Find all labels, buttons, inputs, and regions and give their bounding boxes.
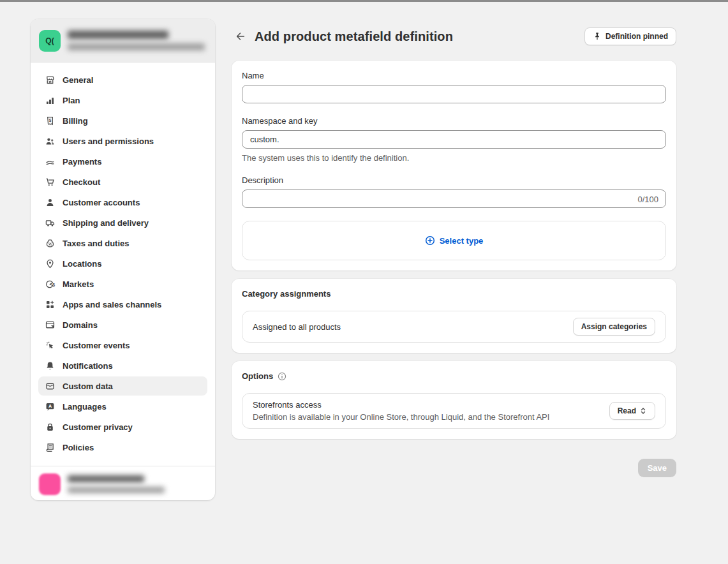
sidebar-item-customer-events[interactable]: Customer events (38, 336, 207, 355)
settings-sidebar: Q( General Plan $ Billing Users and perm… (31, 19, 215, 500)
store-url-redacted (68, 43, 205, 50)
description-input[interactable] (242, 189, 666, 208)
store-name-redacted (68, 31, 168, 39)
main-content: Add product metafield definition Definit… (232, 27, 676, 477)
billing-icon: $ (45, 115, 56, 126)
settings-nav: General Plan $ Billing Users and permiss… (31, 63, 215, 466)
storefronts-access-text: Storefronts access Definition is availab… (253, 400, 549, 422)
truck-icon (45, 218, 56, 228)
storefronts-access-value: Read (618, 406, 636, 415)
sidebar-item-notifications[interactable]: Notifications (38, 356, 207, 375)
storefronts-access-title: Storefronts access (253, 400, 549, 410)
category-assignments-card: Category assignments Assigned to all pro… (232, 279, 676, 353)
sidebar-item-domains[interactable]: Domains (38, 315, 207, 334)
info-icon[interactable] (278, 372, 286, 381)
sidebar-item-customer-privacy[interactable]: Customer privacy (38, 417, 207, 436)
namespace-label: Namespace and key (242, 116, 666, 126)
store-icon (45, 75, 56, 85)
pinned-button-label: Definition pinned (605, 32, 668, 41)
pin-icon (593, 32, 602, 41)
bell-icon (45, 360, 56, 371)
back-arrow-icon (235, 31, 246, 42)
sidebar-item-label: Plan (63, 96, 80, 105)
sidebar-item-label: General (63, 75, 93, 85)
sidebar-item-label: Languages (63, 402, 107, 412)
user-footer[interactable] (31, 466, 215, 500)
users-icon (45, 136, 56, 147)
sidebar-item-billing[interactable]: $ Billing (38, 111, 207, 130)
payments-icon (45, 156, 56, 167)
sidebar-item-checkout[interactable]: Checkout (38, 172, 207, 191)
page-title: Add product metafield definition (255, 29, 453, 44)
sidebar-item-plan[interactable]: Plan (38, 91, 207, 110)
svg-text:A: A (48, 403, 52, 409)
svg-text:$: $ (52, 282, 55, 287)
options-heading-label: Options (242, 371, 273, 381)
name-input[interactable] (242, 85, 666, 103)
storefronts-access-row: Storefronts access Definition is availab… (242, 393, 666, 429)
sidebar-item-label: Users and permissions (63, 137, 154, 146)
drawer-icon (45, 381, 56, 392)
user-email-redacted (68, 487, 165, 493)
category-assignments-heading: Category assignments (242, 289, 666, 299)
store-avatar: Q( (39, 30, 61, 52)
category-assignment-row: Assigned to all products Assign categori… (242, 311, 666, 343)
save-button[interactable]: Save (638, 459, 676, 477)
options-heading: Options (242, 371, 666, 381)
user-name-redacted (68, 475, 144, 482)
sidebar-item-label: Markets (63, 279, 94, 289)
description-field-group: Description 0/100 (242, 175, 666, 208)
sidebar-item-languages[interactable]: A Languages (38, 397, 207, 416)
assign-categories-button[interactable]: Assign categories (573, 318, 655, 336)
sidebar-item-label: Custom data (63, 382, 113, 391)
sidebar-item-label: Customer events (63, 341, 130, 350)
sidebar-item-taxes-and-duties[interactable]: Taxes and duties (38, 234, 207, 253)
plan-icon (45, 95, 56, 106)
select-type-button[interactable]: Select type (242, 221, 666, 260)
sidebar-item-label: Payments (63, 157, 101, 167)
storefronts-access-select[interactable]: Read (609, 402, 655, 420)
page-header: Add product metafield definition Definit… (232, 27, 676, 45)
sidebar-item-label: Domains (63, 320, 98, 330)
name-label: Name (242, 71, 666, 80)
sidebar-item-shipping-and-delivery[interactable]: Shipping and delivery (38, 213, 207, 232)
sidebar-item-locations[interactable]: Locations (38, 254, 207, 273)
sidebar-item-label: Taxes and duties (63, 239, 130, 248)
sidebar-item-apps-and-sales-channels[interactable]: Apps and sales channels (38, 295, 207, 314)
user-avatar (39, 473, 61, 495)
sidebar-item-label: Shipping and delivery (63, 218, 149, 228)
select-type-label: Select type (440, 236, 484, 246)
category-status-text: Assigned to all products (253, 322, 341, 332)
sidebar-item-custom-data[interactable]: Custom data (38, 376, 207, 396)
sidebar-item-general[interactable]: General (38, 70, 207, 89)
window-top-strip (0, 0, 728, 2)
policy-icon (45, 442, 56, 453)
globe-dollar-icon: $ (45, 279, 56, 290)
assign-categories-label: Assign categories (581, 322, 647, 331)
sidebar-item-payments[interactable]: Payments (38, 152, 207, 171)
description-label: Description (242, 175, 666, 185)
back-button[interactable] (232, 27, 249, 45)
svg-text:$: $ (49, 117, 52, 122)
namespace-help-text: The system uses this to identify the def… (242, 153, 666, 163)
plus-circle-icon (425, 235, 435, 246)
user-identity-redacted (68, 475, 165, 493)
definition-pinned-button[interactable]: Definition pinned (584, 27, 676, 45)
sidebar-item-customer-accounts[interactable]: Customer accounts (38, 193, 207, 212)
options-card: Options Storefronts access Definition is… (232, 361, 676, 439)
sidebar-item-label: Notifications (63, 361, 113, 371)
apps-grid-icon (45, 299, 56, 310)
chevron-up-down-icon (639, 407, 647, 415)
sidebar-item-markets[interactable]: $ Markets (38, 274, 207, 293)
namespace-key-input[interactable] (242, 130, 666, 149)
tax-bag-icon (45, 238, 56, 249)
sidebar-item-label: Apps and sales channels (63, 300, 161, 309)
sidebar-item-label: Checkout (63, 177, 100, 187)
sidebar-item-policies[interactable]: Policies (38, 438, 207, 457)
map-pin-icon (45, 258, 56, 269)
page-actions: Save (232, 459, 676, 477)
lock-icon (45, 422, 56, 433)
name-field-group: Name (242, 71, 666, 103)
checkout-icon (45, 177, 56, 188)
sidebar-item-users-and-permissions[interactable]: Users and permissions (38, 131, 207, 151)
